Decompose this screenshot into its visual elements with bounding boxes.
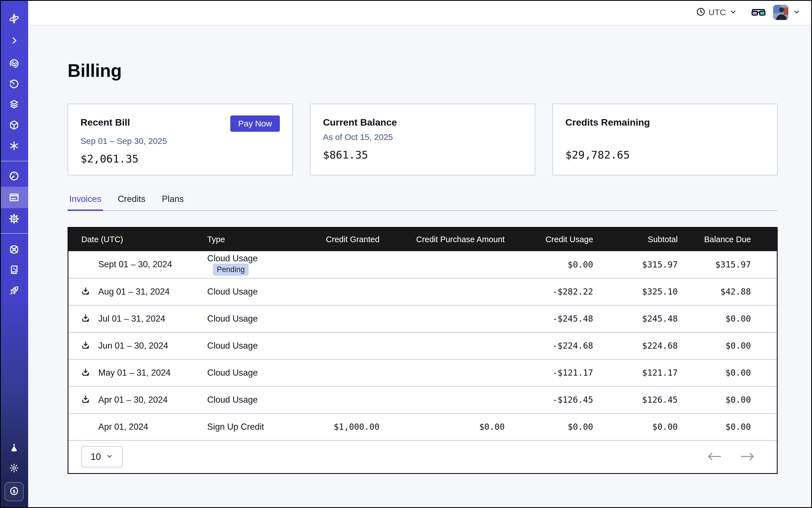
chevron-right-icon [9, 36, 19, 45]
next-page-button[interactable] [740, 452, 755, 462]
download-invoice-button[interactable] [81, 313, 90, 324]
card-subtitle: Sep 01 – Sep 30, 2025 [81, 136, 280, 146]
sidebar-item-cube[interactable] [0, 114, 28, 136]
page-size-select[interactable]: 10 [81, 446, 123, 467]
column-header-balance-due: Balance Due [678, 227, 777, 251]
invoice-date: Sept 01 – 30, 2024 [98, 259, 172, 269]
sidebar-item-docs[interactable] [0, 259, 28, 281]
recent-bill-card: Recent Bill Pay Now Sep 01 – Sep 30, 202… [68, 103, 293, 175]
card-subtitle [565, 132, 765, 142]
table-row: Apr 01 – 30, 2024 Cloud Usage -$126.45 $… [68, 386, 777, 413]
sidebar-item-theme[interactable] [0, 457, 28, 479]
sidebar-item-launch[interactable] [0, 280, 28, 301]
sidebar-item-layers[interactable] [0, 93, 28, 115]
sidebar-item-billing-shortcut[interactable]: $ [4, 482, 24, 501]
timezone-label: UTC [709, 8, 726, 17]
chevron-down-icon[interactable] [793, 8, 801, 17]
invoices-table: Date (UTC) Type Credit Granted Credit Pu… [68, 227, 778, 474]
flask-icon [9, 443, 19, 453]
balance-due-value: $42.88 [678, 278, 777, 305]
subtotal-value: $325.10 [593, 278, 678, 305]
tab-plans[interactable]: Plans [160, 194, 185, 210]
previous-page-button[interactable] [707, 452, 722, 462]
sidebar: $ [0, 0, 28, 508]
page-title: Billing [68, 57, 778, 84]
credit-purchase-value [380, 278, 505, 305]
credits-remaining-amount: $29,782.65 [565, 149, 765, 161]
invoice-date: May 01 – 31, 2024 [98, 368, 171, 378]
billing-tabs: Invoices Credits Plans [68, 194, 778, 211]
balance-due-value: $315.97 [678, 251, 777, 278]
logo-orbit-icon [8, 13, 20, 24]
credit-granted-value [281, 251, 379, 278]
pagination-row: 10 [68, 440, 777, 474]
invoice-type: Sign Up Credit [207, 422, 264, 432]
card-subtitle: As of Oct 15, 2025 [323, 132, 522, 142]
invoice-type: Cloud Usage [207, 253, 258, 263]
sidebar-item-settings[interactable] [0, 208, 28, 229]
pay-now-button[interactable]: Pay Now [230, 116, 280, 132]
invoice-type: Cloud Usage [207, 368, 258, 378]
cube-icon [9, 120, 19, 130]
credit-usage-value: -$245.48 [505, 305, 593, 332]
notebook-icon [9, 264, 19, 275]
table-row: Sept 01 – 30, 2024 Cloud UsagePending $0… [68, 251, 777, 278]
sidebar-item-collapse[interactable] [0, 30, 28, 51]
tab-invoices[interactable]: Invoices [68, 194, 103, 210]
credit-purchase-value: $0.00 [380, 413, 505, 440]
arrow-left-icon [707, 452, 722, 462]
subtotal-value: $0.00 [593, 413, 678, 440]
card-title: Current Balance [323, 117, 397, 128]
gauge-icon [9, 171, 19, 181]
chevron-down-icon [106, 452, 113, 462]
sidebar-item-vision[interactable] [0, 53, 28, 74]
user-avatar[interactable] [773, 5, 788, 20]
balance-due-value: $0.00 [678, 305, 777, 332]
table-row: Jul 01 – 31, 2024 Cloud Usage -$245.48 $… [68, 305, 777, 332]
download-invoice-button[interactable] [81, 368, 90, 378]
invoice-date: Jul 01 – 31, 2024 [98, 314, 165, 324]
timezone-selector[interactable]: UTC [696, 7, 737, 18]
credit-granted-value: $1,000.00 [281, 413, 379, 440]
sidebar-item-billing[interactable] [0, 187, 28, 208]
chevron-down-icon [729, 8, 737, 17]
credit-purchase-value [380, 332, 505, 359]
credit-purchase-value [380, 305, 505, 332]
sidebar-item-labs[interactable] [0, 437, 28, 458]
balance-due-value: $0.00 [678, 359, 777, 386]
balance-due-value: $0.00 [678, 413, 777, 440]
sidebar-item-usage-dashboard[interactable] [0, 165, 28, 187]
brightness-icon [9, 463, 19, 473]
table-row: Jun 01 – 30, 2024 Cloud Usage -$224.68 $… [68, 332, 777, 359]
invoice-type: Cloud Usage [207, 287, 258, 297]
tab-credits[interactable]: Credits [116, 194, 147, 210]
glasses-icon[interactable] [751, 7, 766, 18]
subtotal-value: $245.48 [593, 305, 678, 332]
sidebar-item-control[interactable] [0, 239, 28, 260]
download-invoice-button[interactable] [81, 286, 90, 297]
sidebar-item-asterisk[interactable] [0, 135, 28, 157]
subtotal-value: $121.17 [593, 359, 678, 386]
column-header-credit-usage: Credit Usage [505, 227, 593, 251]
timer-icon [9, 79, 19, 89]
credit-granted-value [281, 278, 379, 305]
download-icon [81, 394, 90, 405]
sidebar-item-logo[interactable] [0, 8, 28, 29]
column-header-date: Date (UTC) [68, 227, 208, 251]
credit-purchase-value [380, 386, 505, 413]
download-invoice-button[interactable] [81, 394, 90, 405]
sidebar-divider [0, 161, 28, 161]
invoice-date: Jun 01 – 30, 2024 [98, 341, 168, 351]
credit-usage-value: -$121.17 [505, 359, 593, 386]
invoice-date: Apr 01 – 30, 2024 [98, 395, 168, 405]
balance-due-value: $0.00 [678, 386, 777, 413]
credit-purchase-value [380, 359, 505, 386]
credits-remaining-card: Credits Remaining $29,782.65 [552, 103, 778, 175]
subtotal-value: $315.97 [593, 251, 678, 278]
download-icon [81, 313, 90, 324]
credit-usage-value: -$126.45 [505, 386, 593, 413]
sidebar-item-timer[interactable] [0, 73, 28, 95]
download-invoice-button[interactable] [81, 340, 90, 351]
credit-usage-value: -$282.22 [505, 278, 593, 305]
dollar-badge-icon: $ [9, 486, 19, 498]
